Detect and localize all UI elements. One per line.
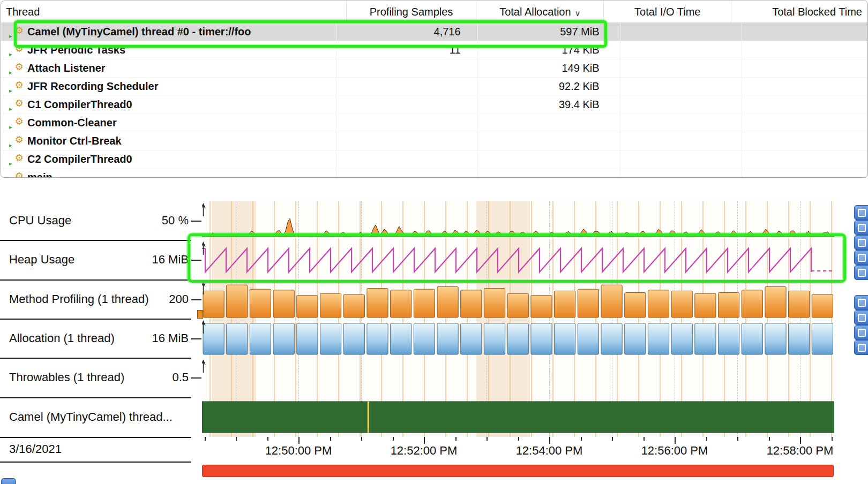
allocation-chart[interactable] (202, 319, 834, 358)
chart-tool-button-8[interactable] (854, 340, 868, 355)
minor-time-tick (581, 437, 582, 441)
lane-title: Heap Usage (9, 253, 74, 267)
chart-tool-button-7[interactable] (854, 325, 868, 340)
thread-row[interactable]: ⚙▸main (1, 169, 867, 178)
table-cell (477, 114, 620, 132)
column-header-allocation-label: Total Allocation (499, 6, 571, 18)
table-cell (620, 23, 742, 41)
thread-name-cell: ⚙▸JFR Periodic Tasks (1, 41, 336, 59)
thread-name-cell: ⚙▸Common-Cleaner (1, 114, 336, 132)
thread-row[interactable]: ⚙▸C1 CompilerThread039.4 KiB (1, 96, 867, 114)
gear-icon: ⚙ (15, 79, 24, 92)
thread-name: C2 CompilerThread0 (27, 153, 132, 165)
table-header: Thread Profiling Samples Total Allocatio… (1, 1, 867, 23)
axis-value-label: 200 (169, 292, 189, 306)
thread-name: Attach Listener (27, 62, 106, 74)
cpu-usage-chart[interactable] (202, 201, 834, 240)
thread-icon: ⚙▸ (10, 135, 24, 147)
table-cell (742, 114, 867, 132)
major-time-tick (800, 437, 801, 444)
minor-time-tick (236, 437, 237, 441)
chart-tool-button-3[interactable] (854, 250, 868, 265)
table-cell (742, 169, 867, 178)
green-arrow-icon: ▸ (9, 33, 12, 40)
thread-row[interactable]: ⚙▸Attach Listener149 KiB (1, 59, 867, 78)
thread-name-cell: ⚙▸C1 CompilerThread0 (1, 96, 336, 114)
major-time-tick (298, 437, 300, 444)
thread-row[interactable]: ⚙▸Monitor Ctrl-Break (1, 132, 867, 150)
chart-tool-button-2[interactable] (854, 235, 868, 250)
thread-name: Common-Cleaner (27, 117, 117, 129)
thread-name-cell: ⚙▸main (1, 169, 336, 178)
table-cell (336, 78, 477, 95)
thread-icon: ⚙▸ (10, 26, 24, 38)
thread-name: main (27, 171, 53, 178)
thread-name: Monitor Ctrl-Break (27, 135, 122, 147)
green-arrow-icon: ▸ (9, 51, 12, 58)
green-arrow-icon: ▸ (9, 87, 12, 94)
axis-tick (191, 299, 201, 300)
cell-value: 149 KiB (562, 62, 599, 74)
minor-time-tick (267, 437, 268, 441)
chart-tool-button-5[interactable] (854, 295, 868, 310)
axis-value-label: 16 MiB (152, 331, 189, 345)
column-header-total-blocked-time[interactable]: Total Blocked Time (731, 1, 867, 22)
thread-activity-bar[interactable] (202, 397, 834, 437)
thread-name: JFR Periodic Tasks (27, 44, 125, 56)
thread-table: Thread Profiling Samples Total Allocatio… (1, 1, 868, 178)
green-arrow-icon: ▸ (9, 69, 12, 76)
thread-row[interactable]: ⚙▸Common-Cleaner (1, 114, 867, 132)
thread-icon: ⚙▸ (10, 153, 24, 165)
thread-icon: ⚙▸ (10, 99, 24, 111)
axis-tick (191, 338, 201, 339)
chart-tool-button-4[interactable] (854, 265, 868, 280)
minor-time-tick (455, 437, 457, 441)
minor-time-tick (361, 437, 362, 441)
column-header-profiling-samples[interactable]: Profiling Samples (346, 1, 476, 22)
table-cell: 149 KiB (477, 59, 620, 77)
column-header-total-allocation[interactable]: Total Allocation ∨ (476, 1, 603, 22)
gear-icon: ⚙ (15, 97, 24, 110)
table-cell: 92.2 KiB (477, 78, 620, 95)
table-cell (336, 169, 477, 178)
thread-name-cell: ⚙▸Camel (MyTinyCamel) thread #0 - timer:… (1, 23, 336, 41)
axis-value-label: 50 % (162, 214, 189, 228)
thread-row[interactable]: ⚙▸JFR Recording Scheduler92.2 KiB (1, 78, 867, 96)
lane-label-cell: CPU Usage50 % (0, 201, 191, 241)
chart-tool-button-1[interactable] (854, 220, 868, 235)
time-label: 12:56:00 PM (624, 444, 725, 458)
column-header-thread[interactable]: Thread (1, 1, 346, 22)
thread-name-cell: ⚙▸JFR Recording Scheduler (1, 78, 336, 95)
thread-row[interactable]: ⚙▸Camel (MyTinyCamel) thread #0 - timer:… (1, 23, 867, 41)
method-profiling-chart[interactable] (202, 279, 834, 319)
bottom-left-button[interactable] (1, 478, 16, 484)
chart-tool-button-6[interactable] (854, 310, 868, 325)
chart-tool-button-0[interactable] (854, 205, 868, 220)
gear-icon: ⚙ (15, 43, 24, 55)
clipped-bar-fragment (197, 310, 203, 319)
cell-value: 39.4 KiB (559, 99, 600, 111)
table-cell: 4,716 (336, 23, 477, 41)
table-cell (336, 96, 477, 114)
lane-label-cell: Camel (MyTinyCamel) thread... (0, 397, 191, 438)
gear-icon: ⚙ (15, 116, 24, 128)
thread-name: Camel (MyTinyCamel) thread #0 - timer://… (27, 26, 251, 38)
minor-time-tick (832, 437, 833, 441)
heap-usage-chart[interactable] (202, 240, 834, 279)
axis-tick (191, 377, 201, 379)
throwables-chart[interactable] (202, 358, 834, 397)
thread-row[interactable]: ⚙▸C2 CompilerThread0 (1, 150, 867, 169)
table-cell (742, 96, 867, 114)
time-label: 12:52:00 PM (373, 444, 475, 458)
table-cell (742, 78, 867, 95)
timeline-range-scrollbar[interactable] (202, 465, 834, 477)
timeline-chart-area[interactable] (202, 201, 834, 437)
table-cell (336, 150, 477, 168)
date-label: 3/16/2021 (9, 442, 62, 456)
table-cell (620, 59, 742, 77)
table-cell (742, 150, 867, 168)
column-header-total-io-time[interactable]: Total I/O Time (603, 1, 731, 22)
table-cell (336, 114, 477, 132)
gear-icon: ⚙ (15, 25, 24, 37)
thread-row[interactable]: ⚙▸JFR Periodic Tasks11174 KiB (1, 41, 867, 59)
